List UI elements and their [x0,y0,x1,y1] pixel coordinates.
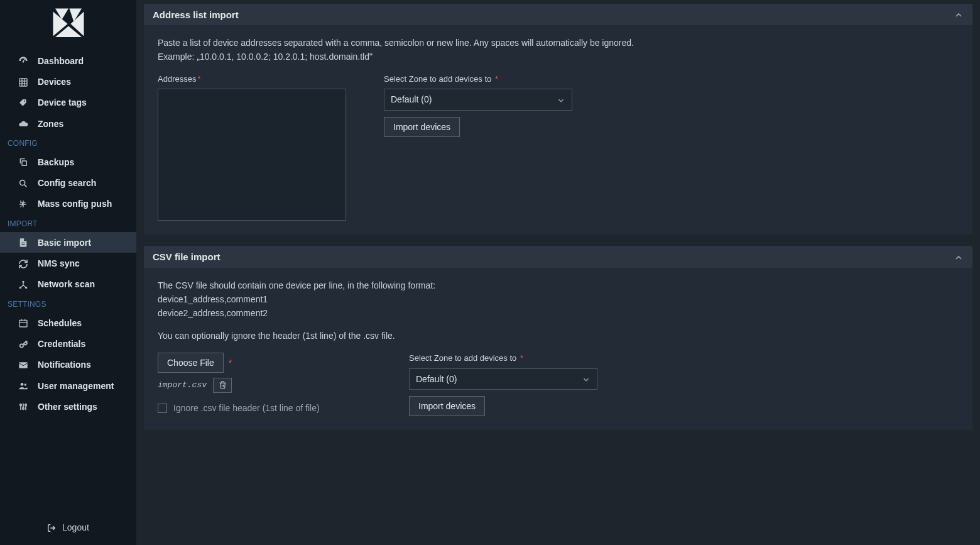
chevron-up-icon [954,9,964,20]
zone-select-csv-value: Default (0) [416,373,457,385]
sidebar-item-label: Dashboard [38,56,84,66]
svg-point-24 [20,344,23,347]
panel-csv-import-header[interactable]: CSV file import [144,246,972,267]
panel-csv-import: CSV file import The CSV file should cont… [144,246,972,430]
zone-label: Select Zone to add devices to * [384,74,572,85]
chevron-down-icon [557,93,565,106]
sidebar-item-label: Schedules [38,318,82,328]
users-icon [18,380,29,391]
address-desc-1: Paste a list of device addresses separat… [158,36,959,49]
addresses-textarea[interactable] [158,89,346,221]
csv-desc-2: device1_address,comment1 [158,293,959,306]
sidebar-item-label: User management [38,381,114,391]
sidebar-item-label: Network scan [38,279,95,289]
panel-address-import-body: Paste a list of device addresses separat… [144,25,972,234]
key-icon [18,338,29,349]
delete-file-button[interactable] [213,378,232,393]
app-logo[interactable] [0,0,136,50]
ignore-header-checkbox[interactable] [158,404,167,413]
panel-address-import: Address list import Paste a list of devi… [144,4,972,234]
logout-link[interactable]: Logout [0,514,136,545]
sync-icon [18,258,29,268]
sidebar-item-devices[interactable]: Devices [0,71,136,92]
logout-label: Logout [62,522,89,532]
sidebar-item-config-search[interactable]: Config search [0,172,136,193]
zone-label-csv: Select Zone to add devices to * [409,353,597,365]
choose-file-button[interactable]: Choose File [158,353,224,373]
sidebar-item-user-management[interactable]: User management [0,375,136,396]
svg-rect-6 [19,79,27,86]
sidebar-item-label: Basic import [38,238,91,248]
sidebar-item-notifications[interactable]: Notifications [0,355,136,375]
addresses-label: Addresses* [158,74,346,85]
chevron-up-icon [954,251,964,262]
sidebar-item-label: Zones [38,119,63,129]
svg-point-28 [20,404,22,406]
import-devices-csv-button[interactable]: Import devices [409,396,485,416]
csv-desc-4: You can optionally ignore the header (1s… [158,329,959,342]
sidebar-item-label: Other settings [38,402,97,412]
network-icon [18,279,29,290]
tags-icon [18,97,29,108]
sidebar-item-label: Backups [38,157,74,167]
svg-point-34 [25,404,27,406]
panel-title: CSV file import [153,251,220,262]
sidebar-item-mass-config-push[interactable]: Mass config push [0,194,136,214]
logout-icon [47,522,58,532]
mail-icon [18,360,29,370]
sidebar-item-device-tags[interactable]: Device tags [0,92,136,113]
trash-icon [219,381,227,389]
copy-icon [18,157,29,167]
sidebar-item-label: Notifications [38,360,91,370]
chevron-down-icon [582,373,591,385]
cloud-icon [18,118,29,129]
sidebar-item-zones[interactable]: Zones [0,113,136,134]
address-desc-2: Example: „10.0.0.1, 10.0.0.2; 10.2.0.1; … [158,50,959,63]
calendar-icon [18,317,29,328]
svg-point-13 [20,180,25,185]
zone-select[interactable]: Default (0) [384,89,572,110]
svg-rect-20 [19,321,27,328]
search-icon [18,177,29,188]
svg-point-17 [22,281,24,283]
zone-select-value: Default (0) [391,93,432,106]
sidebar-item-schedules[interactable]: Schedules [0,312,136,333]
sidebar-item-label: Config search [38,178,96,188]
svg-rect-15 [21,243,24,243]
svg-rect-12 [22,161,26,165]
grid-icon [18,76,29,87]
sidebar-item-other-settings[interactable]: Other settings [0,396,136,417]
sidebar-item-credentials[interactable]: Credentials [0,333,136,354]
puzzle-icon [18,199,29,209]
svg-point-27 [24,383,26,385]
csv-desc-3: device2_address,comment2 [158,307,959,319]
svg-point-31 [23,408,24,410]
svg-point-5 [23,61,24,63]
sidebar-item-nms-sync[interactable]: NMS sync [0,253,136,273]
dashboard-icon [18,55,29,66]
sidebar-item-dashboard[interactable]: Dashboard [0,50,136,71]
sidebar-item-backups[interactable]: Backups [0,151,136,172]
nav-section-import: IMPORT [0,214,136,232]
panel-title: Address list import [153,9,239,20]
svg-point-11 [24,101,25,102]
import-devices-button[interactable]: Import devices [384,117,460,137]
zone-select-csv[interactable]: Default (0) [409,368,597,390]
sidebar-item-label: NMS sync [38,258,80,268]
svg-point-26 [21,383,24,386]
main-content: Address list import Paste a list of devi… [136,0,980,545]
panel-address-import-header[interactable]: Address list import [144,4,972,25]
ignore-header-label: Ignore .csv file header (1st line of fil… [173,402,320,414]
sidebar-item-label: Device tags [38,97,87,107]
nav: DashboardDevicesDevice tagsZones CONFIG … [0,50,136,514]
nav-section-settings: SETTINGS [0,295,136,312]
sidebar-item-basic-import[interactable]: Basic import [0,232,136,253]
sidebar-item-network-scan[interactable]: Network scan [0,274,136,295]
file-icon [18,237,29,248]
sidebar: DashboardDevicesDevice tagsZones CONFIG … [0,0,136,545]
svg-line-14 [24,184,27,187]
sidebar-item-label: Credentials [38,339,85,349]
svg-rect-25 [19,362,27,368]
svg-rect-16 [21,244,24,245]
sidebar-item-label: Devices [38,77,71,87]
